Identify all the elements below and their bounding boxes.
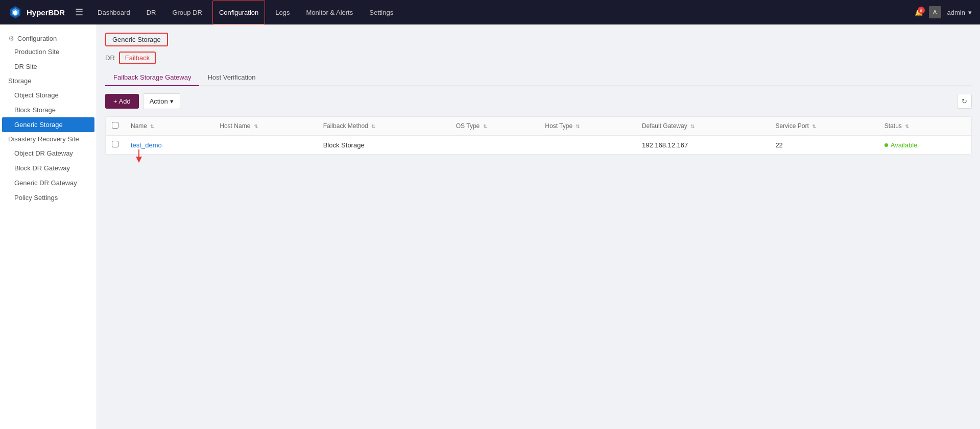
cell-name: test_demo: [125, 136, 213, 155]
sort-icon-status: ⇅: [905, 123, 909, 129]
row-checkbox-cell: [106, 136, 125, 155]
sidebar-item-disastery-recovery[interactable]: Disastery Recovery Site: [0, 132, 97, 146]
sort-icon-hostname: ⇅: [254, 123, 258, 129]
notification-badge: 9: [918, 7, 925, 14]
col-status: Status ⇅: [878, 117, 971, 136]
sidebar-item-generic-storage[interactable]: Generic Storage: [2, 117, 94, 132]
user-dropdown-icon: ▾: [968, 9, 972, 16]
sidebar-item-object-dr-gateway[interactable]: Object DR Gateway: [0, 146, 97, 161]
sidebar: ⚙ Configuration Production Site DR Site …: [0, 24, 97, 429]
sidebar-item-block-storage[interactable]: Block Storage: [0, 103, 97, 117]
sort-icon-name: ⇅: [150, 123, 154, 129]
action-dropdown-icon: ▾: [170, 97, 174, 105]
dr-label: DR: [105, 54, 115, 62]
user-label: admin: [947, 9, 965, 16]
table-body: test_demo: [106, 136, 971, 155]
col-service-port: Service Port ⇅: [769, 117, 878, 136]
data-table: Name ⇅ Host Name ⇅ Failback Method ⇅ O: [106, 117, 971, 154]
failback-badge: Failback: [119, 52, 156, 64]
cell-failback-method: Block Storage: [317, 136, 450, 155]
status-dot: [885, 143, 888, 147]
action-button[interactable]: Action ▾: [143, 93, 180, 109]
config-icon: ⚙: [8, 35, 14, 42]
sort-icon-hosttype: ⇅: [576, 123, 580, 129]
col-host-name: Host Name ⇅: [213, 117, 317, 136]
sort-icon-gateway: ⇅: [690, 123, 695, 129]
toolbar-right: ↻: [957, 94, 972, 109]
notification-bell[interactable]: 🔔 9: [915, 9, 923, 16]
nav-configuration[interactable]: Configuration: [212, 0, 265, 24]
cell-os-type: [450, 136, 539, 155]
cell-status: Available: [878, 136, 971, 155]
nav-group-dr[interactable]: Group DR: [166, 0, 208, 24]
sidebar-item-dr-site[interactable]: DR Site: [0, 59, 97, 74]
app-logo: HyperBDR: [8, 5, 65, 19]
toolbar: + Add Action ▾ ↻: [105, 93, 972, 109]
sidebar-item-block-dr-gateway[interactable]: Block DR Gateway: [0, 161, 97, 175]
nav-dr[interactable]: DR: [140, 0, 162, 24]
refresh-button[interactable]: ↻: [957, 94, 972, 109]
row-checkbox[interactable]: [112, 141, 118, 147]
col-name: Name ⇅: [125, 117, 213, 136]
sidebar-item-storage[interactable]: Storage: [0, 74, 97, 88]
cell-host-type: [539, 136, 636, 155]
cell-service-port: 22: [769, 136, 878, 155]
sort-icon-failback: ⇅: [371, 123, 375, 129]
col-host-type: Host Type ⇅: [539, 117, 636, 136]
row-name-link[interactable]: test_demo: [131, 141, 162, 149]
sort-icon-port: ⇅: [812, 123, 816, 129]
hamburger-button[interactable]: ☰: [75, 7, 83, 18]
col-default-gateway: Default Gateway ⇅: [636, 117, 769, 136]
generic-storage-badge: Generic Storage: [105, 33, 168, 46]
nav-right: 🔔 9 A admin ▾: [915, 6, 972, 18]
col-os-type: OS Type ⇅: [450, 117, 539, 136]
user-avatar: A: [929, 6, 941, 18]
cell-host-name: [213, 136, 317, 155]
page-header: Generic Storage DR Failback: [105, 33, 972, 64]
sidebar-item-production-site[interactable]: Production Site: [0, 44, 97, 59]
select-all-checkbox[interactable]: [112, 122, 118, 129]
user-menu[interactable]: admin ▾: [947, 9, 972, 16]
status-label: Available: [891, 141, 918, 149]
main-layout: ⚙ Configuration Production Site DR Site …: [0, 24, 980, 429]
sidebar-item-object-storage[interactable]: Object Storage: [0, 88, 97, 103]
logo-icon: [8, 5, 22, 19]
nav-dashboard[interactable]: Dashboard: [91, 0, 136, 24]
dr-failback-row: DR Failback: [105, 52, 972, 64]
add-button[interactable]: + Add: [105, 94, 139, 109]
tab-failback-storage-gateway[interactable]: Failback Storage Gateway: [105, 69, 199, 86]
red-arrow-annotation: [134, 149, 144, 165]
nav-logs[interactable]: Logs: [269, 0, 296, 24]
sub-tabs: Failback Storage Gateway Host Verificati…: [105, 69, 972, 86]
top-navigation: HyperBDR ☰ Dashboard DR Group DR Configu…: [0, 0, 980, 24]
table-header: Name ⇅ Host Name ⇅ Failback Method ⇅ O: [106, 117, 971, 136]
action-label: Action: [150, 97, 168, 105]
table-row: test_demo: [106, 136, 971, 155]
sort-icon-os: ⇅: [483, 123, 487, 129]
nav-monitor-alerts[interactable]: Monitor & Alerts: [300, 0, 359, 24]
tab-host-verification[interactable]: Host Verification: [199, 69, 264, 86]
nav-settings[interactable]: Settings: [363, 0, 399, 24]
col-failback-method: Failback Method ⇅: [317, 117, 450, 136]
sidebar-section-configuration: ⚙ Configuration: [0, 31, 97, 44]
sidebar-item-generic-dr-gateway[interactable]: Generic DR Gateway: [0, 175, 97, 190]
sidebar-item-policy-settings[interactable]: Policy Settings: [0, 190, 97, 205]
status-available: Available: [885, 141, 965, 149]
header-checkbox-col: [106, 117, 125, 136]
main-content: Generic Storage DR Failback Failback Sto…: [97, 24, 980, 429]
cell-default-gateway: 192.168.12.167: [636, 136, 769, 155]
data-table-container: Name ⇅ Host Name ⇅ Failback Method ⇅ O: [105, 116, 972, 155]
name-cell-wrapper: test_demo: [131, 141, 162, 149]
